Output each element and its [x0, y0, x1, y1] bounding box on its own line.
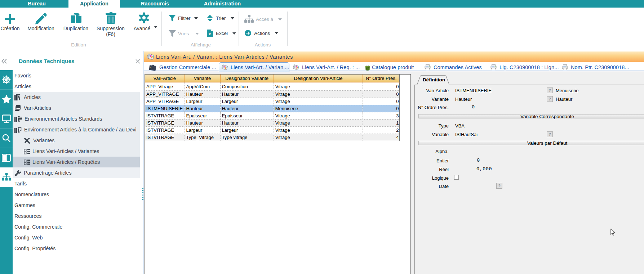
svg-text:x: x: [209, 32, 211, 36]
